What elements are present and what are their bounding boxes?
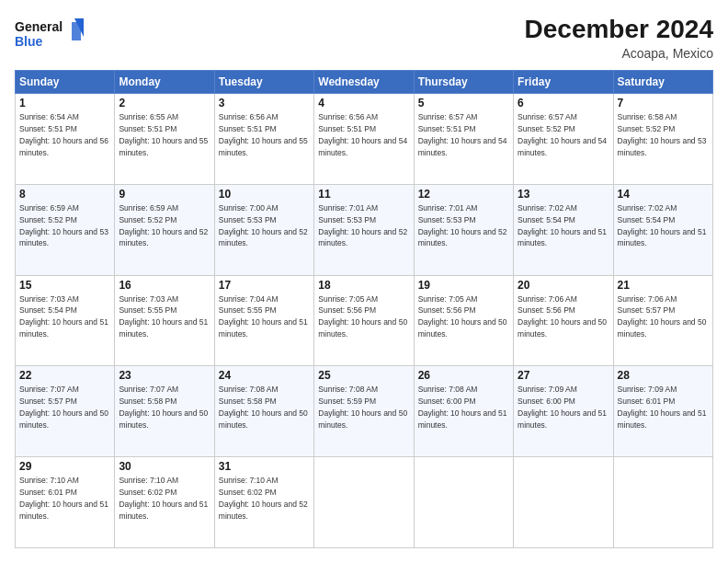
day-number: 28	[618, 369, 709, 382]
col-monday: Monday	[115, 71, 214, 94]
month-title: December 2024	[525, 15, 713, 44]
calendar-cell: 16 Sunrise: 7:03 AMSunset: 5:55 PMDaylig…	[115, 275, 214, 366]
day-info: Sunrise: 6:59 AMSunset: 5:52 PMDaylight:…	[119, 203, 208, 248]
calendar-cell: 17 Sunrise: 7:04 AMSunset: 5:55 PMDaylig…	[214, 275, 313, 366]
day-number: 20	[518, 279, 609, 292]
day-number: 11	[318, 188, 409, 201]
col-thursday: Thursday	[414, 71, 513, 94]
svg-text:General: General	[15, 19, 63, 34]
day-info: Sunrise: 7:03 AMSunset: 5:55 PMDaylight:…	[119, 294, 208, 339]
day-number: 8	[19, 188, 110, 201]
logo: General Blue	[15, 15, 88, 55]
day-info: Sunrise: 6:58 AMSunset: 5:52 PMDaylight:…	[618, 112, 707, 157]
day-number: 9	[119, 188, 210, 201]
day-number: 4	[318, 97, 409, 109]
calendar-cell: 18 Sunrise: 7:05 AMSunset: 5:56 PMDaylig…	[314, 275, 414, 366]
calendar-cell: 14 Sunrise: 7:02 AMSunset: 5:54 PMDaylig…	[613, 184, 712, 275]
day-number: 24	[219, 369, 310, 382]
day-number: 3	[219, 97, 310, 109]
day-info: Sunrise: 7:06 AMSunset: 5:57 PMDaylight:…	[618, 294, 707, 339]
day-info: Sunrise: 7:02 AMSunset: 5:54 PMDaylight:…	[518, 203, 607, 248]
col-wednesday: Wednesday	[314, 71, 414, 94]
week-row-1: 1 Sunrise: 6:54 AMSunset: 5:51 PMDayligh…	[16, 94, 713, 185]
day-info: Sunrise: 7:06 AMSunset: 5:56 PMDaylight:…	[518, 294, 607, 339]
day-number: 12	[418, 188, 509, 201]
day-info: Sunrise: 7:10 AMSunset: 6:02 PMDaylight:…	[219, 476, 308, 521]
col-tuesday: Tuesday	[214, 71, 313, 94]
calendar-cell	[613, 457, 712, 548]
header: General Blue December 2024 Acoapa, Mexic…	[15, 15, 713, 61]
calendar-cell: 5 Sunrise: 6:57 AMSunset: 5:51 PMDayligh…	[414, 94, 513, 185]
calendar-page: General Blue December 2024 Acoapa, Mexic…	[0, 0, 728, 563]
day-info: Sunrise: 7:01 AMSunset: 5:53 PMDaylight:…	[418, 203, 507, 248]
logo-icon: General Blue	[15, 15, 88, 52]
day-info: Sunrise: 7:07 AMSunset: 5:57 PMDaylight:…	[19, 385, 108, 430]
day-info: Sunrise: 7:03 AMSunset: 5:54 PMDaylight:…	[19, 294, 108, 339]
day-info: Sunrise: 7:02 AMSunset: 5:54 PMDaylight:…	[618, 203, 707, 248]
day-number: 29	[19, 460, 110, 473]
day-number: 19	[418, 279, 509, 292]
day-number: 5	[418, 97, 509, 109]
calendar-cell: 27 Sunrise: 7:09 AMSunset: 6:00 PMDaylig…	[514, 366, 613, 457]
day-number: 30	[119, 460, 210, 473]
day-info: Sunrise: 7:10 AMSunset: 6:02 PMDaylight:…	[119, 476, 208, 521]
day-info: Sunrise: 7:10 AMSunset: 6:01 PMDaylight:…	[19, 476, 108, 521]
calendar-cell: 13 Sunrise: 7:02 AMSunset: 5:54 PMDaylig…	[514, 184, 613, 275]
calendar-cell: 30 Sunrise: 7:10 AMSunset: 6:02 PMDaylig…	[115, 457, 214, 548]
calendar-cell: 19 Sunrise: 7:05 AMSunset: 5:56 PMDaylig…	[414, 275, 513, 366]
day-number: 27	[518, 369, 609, 382]
day-number: 15	[19, 279, 110, 292]
day-number: 25	[318, 369, 409, 382]
calendar-cell: 1 Sunrise: 6:54 AMSunset: 5:51 PMDayligh…	[16, 94, 115, 185]
col-saturday: Saturday	[613, 71, 712, 94]
week-row-5: 29 Sunrise: 7:10 AMSunset: 6:01 PMDaylig…	[16, 457, 713, 548]
calendar-cell: 22 Sunrise: 7:07 AMSunset: 5:57 PMDaylig…	[16, 366, 115, 457]
svg-text:Blue: Blue	[15, 34, 43, 49]
day-info: Sunrise: 7:09 AMSunset: 6:00 PMDaylight:…	[518, 385, 607, 430]
col-sunday: Sunday	[16, 71, 115, 94]
title-section: December 2024 Acoapa, Mexico	[525, 15, 713, 61]
day-info: Sunrise: 6:57 AMSunset: 5:51 PMDaylight:…	[418, 112, 507, 157]
day-info: Sunrise: 7:07 AMSunset: 5:58 PMDaylight:…	[119, 385, 208, 430]
day-number: 7	[618, 97, 709, 109]
calendar-cell: 29 Sunrise: 7:10 AMSunset: 6:01 PMDaylig…	[16, 457, 115, 548]
day-info: Sunrise: 7:04 AMSunset: 5:55 PMDaylight:…	[219, 294, 308, 339]
day-number: 26	[418, 369, 509, 382]
calendar-cell: 11 Sunrise: 7:01 AMSunset: 5:53 PMDaylig…	[314, 184, 414, 275]
day-info: Sunrise: 7:05 AMSunset: 5:56 PMDaylight:…	[318, 294, 407, 339]
day-info: Sunrise: 6:56 AMSunset: 5:51 PMDaylight:…	[219, 112, 308, 157]
calendar-cell: 3 Sunrise: 6:56 AMSunset: 5:51 PMDayligh…	[214, 94, 313, 185]
day-info: Sunrise: 6:55 AMSunset: 5:51 PMDaylight:…	[119, 112, 208, 157]
week-row-4: 22 Sunrise: 7:07 AMSunset: 5:57 PMDaylig…	[16, 366, 713, 457]
calendar-cell: 26 Sunrise: 7:08 AMSunset: 6:00 PMDaylig…	[414, 366, 513, 457]
calendar-cell	[514, 457, 613, 548]
day-info: Sunrise: 7:01 AMSunset: 5:53 PMDaylight:…	[318, 203, 407, 248]
day-number: 2	[119, 97, 210, 109]
calendar-cell: 23 Sunrise: 7:07 AMSunset: 5:58 PMDaylig…	[115, 366, 214, 457]
calendar-cell: 9 Sunrise: 6:59 AMSunset: 5:52 PMDayligh…	[115, 184, 214, 275]
day-info: Sunrise: 7:00 AMSunset: 5:53 PMDaylight:…	[219, 203, 308, 248]
day-number: 1	[19, 97, 110, 109]
day-number: 22	[19, 369, 110, 382]
day-number: 16	[119, 279, 210, 292]
day-info: Sunrise: 7:05 AMSunset: 5:56 PMDaylight:…	[418, 294, 507, 339]
day-number: 13	[518, 188, 609, 201]
week-row-2: 8 Sunrise: 6:59 AMSunset: 5:52 PMDayligh…	[16, 184, 713, 275]
day-number: 18	[318, 279, 409, 292]
day-number: 31	[219, 460, 310, 473]
day-number: 17	[219, 279, 310, 292]
calendar-table: Sunday Monday Tuesday Wednesday Thursday…	[15, 70, 713, 548]
calendar-cell: 20 Sunrise: 7:06 AMSunset: 5:56 PMDaylig…	[514, 275, 613, 366]
day-number: 10	[219, 188, 310, 201]
calendar-cell: 24 Sunrise: 7:08 AMSunset: 5:58 PMDaylig…	[214, 366, 313, 457]
day-number: 6	[518, 97, 609, 109]
header-row: Sunday Monday Tuesday Wednesday Thursday…	[16, 71, 713, 94]
calendar-cell: 28 Sunrise: 7:09 AMSunset: 6:01 PMDaylig…	[613, 366, 712, 457]
day-number: 23	[119, 369, 210, 382]
day-info: Sunrise: 6:54 AMSunset: 5:51 PMDaylight:…	[19, 112, 108, 157]
day-info: Sunrise: 7:08 AMSunset: 5:59 PMDaylight:…	[318, 385, 407, 430]
calendar-cell: 31 Sunrise: 7:10 AMSunset: 6:02 PMDaylig…	[214, 457, 313, 548]
day-number: 21	[618, 279, 709, 292]
calendar-cell: 7 Sunrise: 6:58 AMSunset: 5:52 PMDayligh…	[613, 94, 712, 185]
location: Acoapa, Mexico	[525, 46, 713, 61]
